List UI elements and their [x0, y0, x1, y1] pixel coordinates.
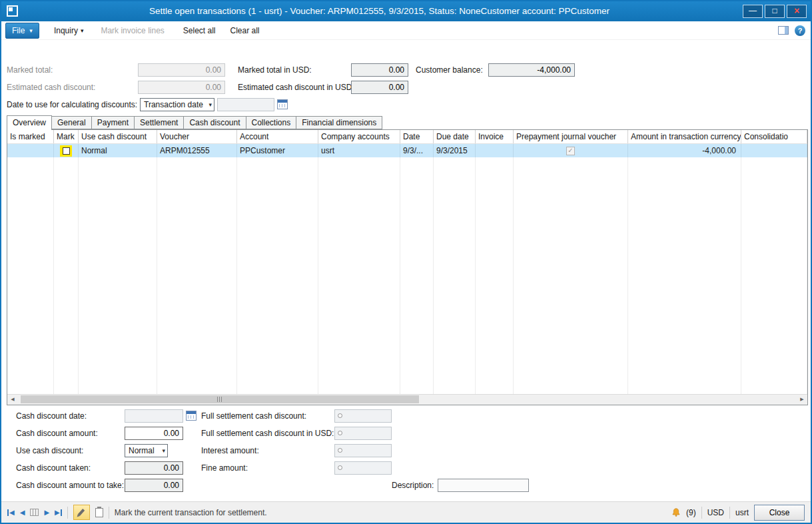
window-title: Settle open transactions (1 - usrt) - Vo…	[28, 1, 731, 21]
description-field[interactable]	[438, 479, 529, 492]
notification-bell-icon[interactable]	[671, 507, 681, 517]
column-header-company-accounts[interactable]: Company accounts	[318, 130, 400, 143]
discount-date-field	[217, 98, 274, 111]
tab-financial-dimensions[interactable]: Financial dimensions	[296, 116, 382, 129]
scroll-right-icon[interactable]: ▶	[797, 395, 807, 405]
tab-settlement[interactable]: Settlement	[135, 116, 184, 129]
layout-panel-icon[interactable]	[778, 26, 789, 35]
grid-view-icon[interactable]	[30, 509, 39, 516]
transactions-grid: Is marked Mark Use cash discount Voucher…	[7, 129, 808, 405]
grid-body: Normal ARPM012555 PPCustomer usrt 9/3/..…	[7, 144, 807, 395]
cell-prepayment-journal-voucher: ✓	[514, 144, 628, 157]
notification-count[interactable]: (9)	[686, 508, 696, 517]
first-record-bar-icon	[7, 509, 9, 516]
inquiry-menu-label: Inquiry	[54, 26, 78, 35]
degree-icon	[338, 431, 342, 435]
cash-discount-amount-field[interactable]: 0.00	[125, 427, 183, 440]
cell-voucher: ARPM012555	[157, 144, 237, 157]
clear-all-button[interactable]: Clear all	[230, 26, 260, 35]
cell-mark	[54, 144, 79, 157]
cell-company-accounts: usrt	[318, 144, 400, 157]
cell-is-marked	[7, 144, 54, 157]
tab-overview[interactable]: Overview	[7, 115, 52, 130]
degree-icon	[338, 448, 342, 453]
edit-record-button[interactable]	[73, 505, 90, 520]
tab-general[interactable]: General	[52, 116, 92, 129]
estimated-cash-discount-label: Estimated cash discount:	[7, 81, 95, 94]
title-bar: Settle open transactions (1 - usrt) - Vo…	[1, 1, 811, 21]
scrollbar-track[interactable]	[18, 395, 797, 405]
chevron-down-icon: ▾	[81, 27, 84, 34]
inquiry-menu-button[interactable]: Inquiry ▾	[54, 26, 84, 35]
column-header-mark[interactable]: Mark	[54, 130, 79, 143]
mark-cell-highlight	[60, 145, 72, 157]
column-header-date[interactable]: Date	[400, 130, 434, 143]
menu-bar-right: ?	[778, 25, 805, 36]
discount-date-method-value: Transaction date	[144, 100, 203, 109]
mark-checkbox[interactable]	[63, 147, 70, 155]
window-controls: — □ ×	[741, 5, 807, 18]
separator	[67, 507, 68, 519]
discount-date-method-select[interactable]: Transaction date ▾	[140, 98, 214, 111]
prepayment-checkbox: ✓	[566, 147, 575, 155]
estimated-cash-discount-usd-field: 0.00	[351, 81, 408, 94]
cash-discount-amount-to-take-field: 0.00	[125, 479, 183, 492]
horizontal-scrollbar[interactable]: ◀ ▶	[7, 394, 807, 405]
first-record-button[interactable]: ◀	[7, 509, 15, 516]
scroll-left-icon[interactable]: ◀	[7, 395, 18, 405]
separator	[109, 507, 109, 519]
column-header-invoice[interactable]: Invoice	[476, 130, 514, 143]
tab-strip: Overview General Payment Settlement Cash…	[7, 115, 382, 130]
column-header-use-cash-discount[interactable]: Use cash discount	[79, 130, 157, 143]
maximize-button[interactable]: □	[765, 5, 785, 18]
column-header-amount-in-transaction-currency[interactable]: Amount in transaction currency	[628, 130, 741, 143]
pencil-icon	[78, 509, 85, 516]
chevron-down-icon: ▾	[208, 99, 212, 111]
close-window-button[interactable]: ×	[787, 5, 807, 18]
marked-total-usd-label: Marked total in USD:	[238, 63, 312, 77]
grid-column-lines	[7, 144, 807, 395]
full-settlement-cash-discount-usd-label: Full settlement cash discount in USD:	[201, 427, 334, 440]
calendar-icon[interactable]	[277, 99, 288, 109]
full-settlement-cash-discount-label: Full settlement cash discount:	[201, 409, 306, 423]
estimated-cash-discount-field: 0.00	[138, 81, 225, 94]
scrollbar-thumb[interactable]	[21, 395, 419, 403]
column-header-due-date[interactable]: Due date	[434, 130, 476, 143]
use-cash-discount-select[interactable]: Normal ▾	[125, 444, 168, 457]
table-row[interactable]: Normal ARPM012555 PPCustomer usrt 9/3/..…	[7, 144, 807, 157]
tab-collections[interactable]: Collections	[246, 116, 297, 129]
minimize-button[interactable]: —	[743, 5, 763, 18]
next-record-button[interactable]: ▶	[44, 509, 49, 516]
file-menu-button[interactable]: File ▾	[5, 23, 39, 39]
grid-header: Is marked Mark Use cash discount Voucher…	[7, 130, 807, 144]
tab-cash-discount[interactable]: Cash discount	[184, 116, 246, 129]
column-header-prepayment-journal-voucher[interactable]: Prepayment journal voucher	[514, 130, 628, 143]
column-header-is-marked[interactable]: Is marked	[7, 130, 54, 143]
column-header-account[interactable]: Account	[237, 130, 318, 143]
discount-date-method-label: Date to use for calculating discounts:	[7, 98, 137, 111]
close-button[interactable]: Close	[754, 505, 805, 521]
column-header-consolidation[interactable]: Consolidatio	[741, 130, 807, 143]
marked-total-usd-field: 0.00	[351, 63, 408, 77]
select-all-button[interactable]: Select all	[183, 26, 216, 35]
menu-bar: File ▾ Inquiry ▾ Mark invoice lines Sele…	[1, 21, 811, 40]
company-indicator: usrt	[735, 508, 749, 517]
customer-balance-field: -4,000.00	[488, 63, 575, 77]
chevron-down-icon: ▾	[29, 27, 33, 34]
first-record-icon: ◀	[9, 509, 15, 516]
status-bar: ◀ ◀ ▶ ▶ Mark the current transaction for…	[1, 501, 811, 523]
mark-invoice-lines-button: Mark invoice lines	[101, 26, 164, 35]
help-icon[interactable]: ?	[795, 25, 805, 36]
column-header-voucher[interactable]: Voucher	[157, 130, 237, 143]
calendar-icon[interactable]	[186, 411, 197, 421]
previous-record-button[interactable]: ◀	[20, 509, 25, 516]
last-record-button[interactable]: ▶	[55, 509, 62, 516]
tab-payment[interactable]: Payment	[92, 116, 135, 129]
cash-discount-amount-label: Cash discount amount:	[16, 427, 98, 440]
clipboard-icon[interactable]	[95, 508, 103, 517]
app-icon	[7, 5, 18, 17]
description-label: Description:	[392, 479, 434, 492]
interest-amount-label: Interest amount:	[201, 444, 259, 457]
last-record-bar-icon	[61, 509, 62, 516]
degree-icon	[338, 465, 342, 470]
